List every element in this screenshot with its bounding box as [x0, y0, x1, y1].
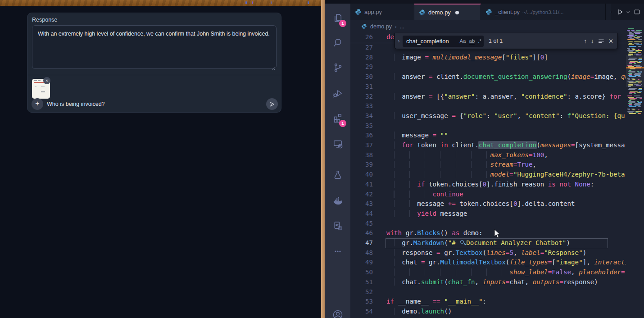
line-number: 33 [350, 101, 373, 111]
code-line-text: demo.launch() [386, 307, 452, 317]
card-divider [27, 75, 281, 75]
code-line-52[interactable]: 52 [350, 287, 626, 297]
code-line-28[interactable]: 28 image = multimodal_message["files"][0… [350, 53, 626, 63]
code-line-41[interactable]: 41 if token.choices[0].finish_reason is … [350, 180, 626, 190]
match-case-toggle[interactable]: Aa [459, 38, 466, 44]
code-editor[interactable]: 2728 image = multimodal_message["files"]… [350, 32, 644, 318]
send-button[interactable] [266, 98, 278, 110]
line-number: 31 [350, 82, 373, 92]
code-line-46[interactable]: 46with gr.Blocks() as demo: [350, 228, 626, 238]
code-line-text: message = "" [386, 131, 448, 141]
code-line-text: if token.choices[0].finish_reason is not… [386, 180, 594, 190]
run-button[interactable] [617, 8, 624, 16]
code-line-34[interactable]: 34 user_message = {"role": "user", "cont… [350, 111, 626, 121]
code-line-49[interactable]: 49 chat = gr.MultimodalTextbox(file_type… [350, 258, 626, 268]
activitybar-account-button[interactable] [325, 304, 350, 318]
code-line-47[interactable]: 47 gr.Markdown("# Document Analyzer Chat… [350, 238, 626, 248]
tab-label: app.py [364, 9, 382, 15]
line-number: 29 [350, 62, 373, 72]
find-input[interactable]: chat_completion Aa ab .* [403, 36, 484, 47]
code-line-30[interactable]: 30 answer = client.document_question_ans… [350, 72, 626, 82]
top-bar-speck [271, 1, 272, 4]
code-line-35[interactable]: 35 [350, 121, 626, 131]
code-line-32[interactable]: 32 answer = [{"answer": a.answer, "confi… [350, 92, 626, 102]
activity-bar: 11 [325, 4, 350, 318]
activitybar-explorer-button[interactable]: 1 [325, 8, 350, 28]
find-in-selection-button[interactable] [598, 38, 604, 44]
code-line-31[interactable]: 31 [350, 82, 626, 92]
activitybar-remote-explorer-button[interactable] [325, 133, 350, 154]
tab-_client.py[interactable]: _client.py~/.../python3.11/... [481, 4, 606, 20]
code-line-38[interactable]: 38 max_tokens=100, [350, 150, 626, 160]
close-find-button[interactable]: ✕ [608, 37, 613, 45]
tab-label: _client.py [495, 9, 520, 15]
close-icon: × [45, 78, 48, 83]
whole-word-toggle[interactable]: ab [469, 38, 475, 44]
browser-top-bar [0, 0, 321, 6]
line-number: 53 [350, 297, 373, 307]
code-line-39[interactable]: 39 stream=True, [350, 160, 626, 170]
regex-toggle[interactable]: .* [478, 38, 481, 44]
mouse-cursor [494, 229, 501, 239]
chat-input[interactable]: Who is being invoiced? [47, 101, 105, 107]
activitybar-container-tools-button[interactable] [325, 215, 350, 236]
response-text: With an extremely high level of confiden… [38, 31, 270, 37]
minimap[interactable] [626, 20, 644, 128]
code-line-29[interactable]: 29 [350, 62, 626, 72]
response-label: Response [32, 17, 57, 23]
tab-bar: app.pydemo.py_client.py~/.../python3.11/… [350, 0, 644, 20]
gradio-card: Response With an extremely high level of… [27, 13, 281, 113]
code-line-43[interactable]: 43 message += token.choices[0].delta.con… [350, 199, 626, 209]
breadcrumb-rest[interactable]: ... [400, 23, 404, 30]
code-line-37[interactable]: 37 for token in client.chat_completion(m… [350, 141, 626, 150]
top-bar-speck [245, 1, 247, 4]
add-file-button[interactable]: + [32, 98, 43, 110]
line-number: 50 [350, 268, 373, 277]
code-line-text: response = gr.Textbox(lines=5, label="Re… [386, 248, 586, 258]
activitybar-docker-button[interactable] [325, 190, 350, 211]
activitybar-testing-button[interactable] [325, 164, 350, 185]
code-line-40[interactable]: 40 model="HuggingFaceH4/zephyr-7b-beta [350, 170, 626, 180]
editor-column: app.pydemo.py_client.py~/.../python3.11/… [350, 0, 644, 318]
code-line-33[interactable]: 33 [350, 101, 626, 111]
previous-match-button[interactable]: ↑ [584, 38, 587, 45]
code-line-54[interactable]: 54 demo.launch() [350, 307, 626, 317]
code-line-55[interactable]: 55 [350, 317, 626, 318]
tab-label: demo.py [428, 9, 451, 16]
code-line-45[interactable]: 45 [350, 219, 626, 229]
code-line-42[interactable]: 42 continue [350, 190, 626, 200]
code-line-text: chat = gr.MultimodalTextbox(file_types=[… [386, 258, 626, 268]
activitybar-run-debug-button[interactable] [325, 83, 350, 104]
find-widget-buttons: ↑ ↓ ✕ [584, 37, 613, 45]
code-line-36[interactable]: 36 message = "" [350, 131, 626, 141]
tab-demo.py[interactable]: demo.py [414, 4, 481, 20]
activitybar-extensions-button[interactable]: 1 [325, 108, 350, 128]
breadcrumb[interactable]: demo.py › ... [350, 20, 644, 32]
find-query[interactable]: chat_completion [406, 38, 456, 45]
activitybar-search-button[interactable] [325, 32, 350, 53]
docker-icon [332, 195, 344, 206]
remove-attachment-button[interactable]: × [43, 77, 50, 84]
run-dropdown-chevron-icon[interactable] [626, 9, 630, 14]
code-line-44[interactable]: 44 yield message [350, 209, 626, 219]
code-line-text: if __name__ == "__main__": [386, 297, 486, 307]
code-line-text: show_label=False, placeholder= [386, 268, 625, 277]
activitybar-source-control-button[interactable] [325, 57, 350, 78]
code-line-48[interactable]: 48 response = gr.Textbox(lines=5, label=… [350, 248, 626, 258]
code-line-53[interactable]: 53if __name__ == "__main__": [350, 297, 626, 307]
code-line-50[interactable]: 50 show_label=False, placeholder= [350, 268, 626, 277]
code-line-text: image = multimodal_message["files"][0] [386, 53, 548, 63]
activitybar-more-button[interactable] [325, 241, 350, 262]
breadcrumb-file[interactable]: demo.py [370, 23, 392, 30]
split-editor-button[interactable] [634, 9, 640, 15]
minimap-slider[interactable] [626, 55, 644, 87]
response-textarea[interactable]: With an extremely high level of confiden… [32, 25, 277, 69]
line-number: 38 [350, 150, 373, 160]
line-number: 49 [350, 258, 373, 268]
line-number: 54 [350, 307, 373, 317]
code-line-51[interactable]: 51 chat.submit(chat_fn, inputs=chat, out… [350, 277, 626, 287]
find-widget-expand-chevron-icon[interactable]: › [395, 33, 403, 49]
tab-app.py[interactable]: app.py [350, 4, 414, 20]
next-match-button[interactable]: ↓ [591, 38, 594, 45]
line-number: 26 [350, 32, 373, 42]
